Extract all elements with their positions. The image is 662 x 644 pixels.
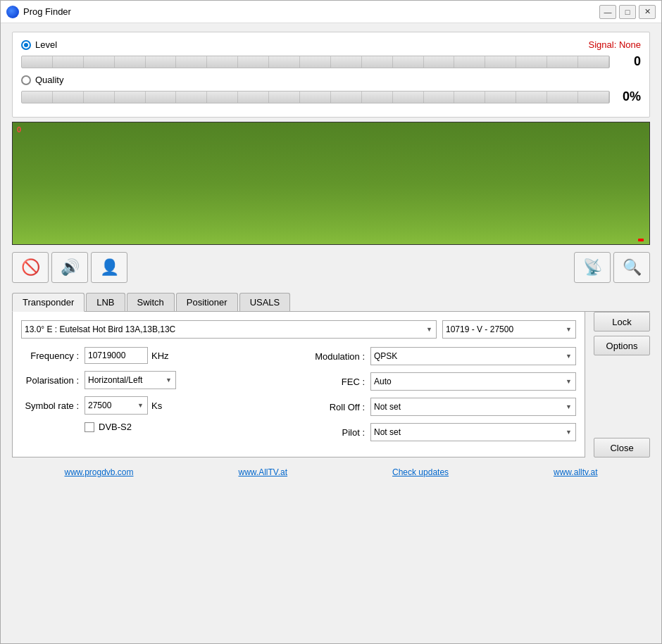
pilot-label: Pilot : [307, 427, 370, 438]
satellite-dropdown[interactable]: 13.0° E : Eutelsat Hot Bird 13A,13B,13C [21, 320, 437, 339]
symbolrate-unit: Ks [151, 400, 162, 411]
polarisation-label: Polarisation : [21, 375, 85, 386]
modulation-select-wrapper: QPSK 8PSK 16QAM [370, 347, 576, 365]
level-radio[interactable] [21, 40, 31, 50]
dvbs2-label-text: DVB-S2 [99, 422, 132, 432]
tp-select-wrapper: 10719 - V - 27500 [442, 320, 576, 339]
fec-dropdown[interactable]: Auto 1/2 2/3 3/4 5/6 7/8 [370, 372, 576, 391]
fec-select-wrapper: Auto 1/2 2/3 3/4 5/6 7/8 [370, 372, 576, 391]
tp-dropdown[interactable]: 10719 - V - 27500 [442, 320, 576, 339]
frequency-input[interactable] [85, 347, 148, 364]
tab-positioner[interactable]: Positioner [176, 293, 238, 311]
svg-rect-1 [13, 122, 649, 244]
level-progress-bar [21, 56, 610, 68]
level-value: 0 [616, 54, 641, 69]
signal-status: Signal: None [70, 39, 641, 50]
lock-button[interactable]: Lock [594, 312, 650, 332]
audio-button[interactable]: 🔊 [51, 252, 88, 283]
footer: www.progdvb.com www.AllTV.at Check updat… [12, 462, 650, 480]
satellite-select-wrapper: 13.0° E : Eutelsat Hot Bird 13A,13B,13C [21, 320, 437, 339]
modulation-row: Modulation : QPSK 8PSK 16QAM [307, 347, 576, 365]
rolloff-select-wrapper: Not set 0.20 0.25 0.35 [370, 398, 576, 416]
graph-zero-label: 0 [17, 125, 21, 134]
quality-radio[interactable] [21, 75, 31, 85]
fec-row: FEC : Auto 1/2 2/3 3/4 5/6 7/8 [307, 372, 576, 391]
graph-red-indicator [638, 239, 644, 241]
fec-label: FEC : [307, 377, 370, 387]
pilot-row: Pilot : Not set Off On [307, 423, 576, 441]
level-radio-label[interactable]: Level [21, 39, 70, 50]
quality-progress-container: 0% [21, 89, 641, 104]
tab-transponder[interactable]: Transponder [12, 293, 85, 312]
frequency-row: Frequency : KHz [21, 347, 290, 364]
signal-graph: 0 [12, 122, 650, 245]
form-col-left: Frequency : KHz Polarisation : Horizonta… [21, 347, 290, 448]
level-row: Level Signal: None [21, 39, 641, 50]
audio-icon: 🔊 [61, 258, 80, 277]
footer-link-alltv-at[interactable]: www.AllTV.at [238, 467, 287, 477]
quality-progress-bar [21, 91, 610, 103]
frequency-label: Frequency : [21, 351, 85, 361]
form-grid: Frequency : KHz Polarisation : Horizonta… [21, 347, 576, 448]
close-window-button[interactable]: ✕ [639, 5, 656, 19]
symbolrate-row: Symbol rate : 27500 Ks [21, 396, 290, 415]
quality-row: Quality [21, 75, 641, 85]
rolloff-row: Roll Off : Not set 0.20 0.25 0.35 [307, 398, 576, 416]
title-bar: Prog Finder — □ ✕ [1, 1, 661, 23]
satellite-button[interactable]: 📡 [574, 252, 611, 283]
person-button[interactable]: 👤 [91, 252, 127, 283]
search-button[interactable]: 🔍 [613, 252, 650, 283]
maximize-button[interactable]: □ [619, 5, 636, 19]
pilot-select-wrapper: Not set Off On [370, 423, 576, 441]
close-button[interactable]: Close [594, 438, 650, 457]
tab-content: 13.0° E : Eutelsat Hot Bird 13A,13B,13C … [12, 312, 585, 457]
quality-radio-label[interactable]: Quality [21, 75, 70, 85]
pilot-dropdown[interactable]: Not set Off On [370, 423, 576, 441]
polarisation-select-wrapper: Horizontal/Left Vertical/Right [85, 371, 176, 389]
dvbs2-label-wrapper[interactable]: DVB-S2 [85, 422, 132, 432]
person-icon: 👤 [100, 258, 119, 277]
window-title: Prog Finder [23, 6, 599, 17]
tab-bar: Transponder LNB Switch Positioner USALS [12, 293, 650, 312]
controls-bar: 🚫 🔊 👤 📡 🔍 [12, 249, 650, 286]
level-ticks [22, 56, 609, 68]
modulation-dropdown[interactable]: QPSK 8PSK 16QAM [370, 347, 576, 365]
main-area: 13.0° E : Eutelsat Hot Bird 13A,13B,13C … [12, 312, 650, 457]
dvbs2-checkbox[interactable] [85, 422, 94, 432]
right-buttons: Lock Options Close [594, 312, 650, 457]
symbolrate-label: Symbol rate : [21, 400, 85, 411]
dvbs2-row: DVB-S2 [21, 422, 290, 432]
satellite-icon: 📡 [583, 258, 602, 277]
form-col-right: Modulation : QPSK 8PSK 16QAM [307, 347, 576, 448]
frequency-unit: KHz [151, 351, 169, 361]
rolloff-label: Roll Off : [307, 402, 370, 412]
graph-grid-svg [13, 122, 649, 244]
signal-section: Level Signal: None 0 [12, 32, 650, 118]
minimize-button[interactable]: — [599, 5, 616, 19]
mute-icon: 🚫 [21, 258, 40, 277]
content-area: Level Signal: None 0 [1, 23, 661, 643]
main-window: Prog Finder — □ ✕ Level Signal: None [0, 0, 662, 644]
footer-link-alltv[interactable]: www.alltv.at [554, 467, 597, 477]
rolloff-dropdown[interactable]: Not set 0.20 0.25 0.35 [370, 398, 576, 416]
quality-ticks [22, 91, 609, 103]
satellite-row: 13.0° E : Eutelsat Hot Bird 13A,13B,13C … [21, 320, 576, 339]
tabs-section: Transponder LNB Switch Positioner USALS … [12, 290, 650, 457]
tab-switch[interactable]: Switch [127, 293, 175, 311]
mute-button[interactable]: 🚫 [12, 252, 49, 283]
search-icon: 🔍 [623, 258, 642, 277]
tab-lnb[interactable]: LNB [86, 293, 125, 311]
quality-value: 0% [616, 89, 641, 104]
polarisation-row: Polarisation : Horizontal/Left Vertical/… [21, 371, 290, 389]
tab-usals[interactable]: USALS [239, 293, 291, 311]
footer-link-progdvb[interactable]: www.progdvb.com [64, 467, 133, 477]
app-icon [6, 6, 19, 18]
symbolrate-select-wrapper: 27500 [85, 396, 148, 415]
options-button[interactable]: Options [594, 336, 650, 355]
level-progress-container: 0 [21, 54, 641, 69]
modulation-label: Modulation : [307, 351, 370, 362]
window-controls: — □ ✕ [599, 5, 656, 19]
footer-link-updates[interactable]: Check updates [392, 467, 449, 477]
polarisation-dropdown[interactable]: Horizontal/Left Vertical/Right [85, 371, 176, 389]
symbolrate-dropdown[interactable]: 27500 [85, 396, 148, 415]
